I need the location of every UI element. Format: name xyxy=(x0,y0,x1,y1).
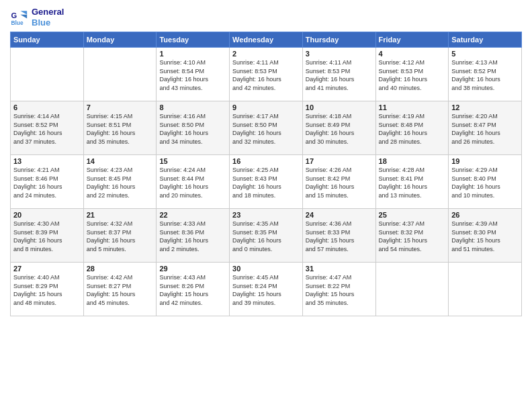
day-info: Sunrise: 4:23 AM Sunset: 8:45 PM Dayligh… xyxy=(87,166,154,199)
calendar-cell: 21Sunrise: 4:32 AM Sunset: 8:37 PM Dayli… xyxy=(83,209,157,263)
calendar-cell: 11Sunrise: 4:19 AM Sunset: 8:48 PM Dayli… xyxy=(375,101,449,155)
calendar-week-3: 13Sunrise: 4:21 AM Sunset: 8:46 PM Dayli… xyxy=(11,155,522,209)
calendar-cell: 30Sunrise: 4:45 AM Sunset: 8:24 PM Dayli… xyxy=(230,263,303,316)
calendar-cell xyxy=(449,263,522,316)
day-info: Sunrise: 4:19 AM Sunset: 8:48 PM Dayligh… xyxy=(379,112,446,146)
calendar-cell: 6Sunrise: 4:14 AM Sunset: 8:52 PM Daylig… xyxy=(11,101,84,155)
day-info: Sunrise: 4:17 AM Sunset: 8:50 PM Dayligh… xyxy=(232,112,300,146)
day-info: Sunrise: 4:32 AM Sunset: 8:37 PM Dayligh… xyxy=(87,220,154,253)
svg-text:G: G xyxy=(11,11,17,19)
calendar-cell: 26Sunrise: 4:39 AM Sunset: 8:30 PM Dayli… xyxy=(449,209,522,263)
day-number: 21 xyxy=(87,211,154,219)
calendar-cell: 10Sunrise: 4:18 AM Sunset: 8:49 PM Dayli… xyxy=(302,101,375,155)
svg-marker-3 xyxy=(20,14,27,18)
calendar-cell xyxy=(83,48,157,101)
day-number: 9 xyxy=(232,103,300,111)
day-info: Sunrise: 4:25 AM Sunset: 8:43 PM Dayligh… xyxy=(232,166,300,199)
calendar-cell: 4Sunrise: 4:12 AM Sunset: 8:53 PM Daylig… xyxy=(375,48,449,101)
header-friday: Friday xyxy=(375,32,449,48)
day-info: Sunrise: 4:30 AM Sunset: 8:39 PM Dayligh… xyxy=(13,220,81,253)
day-number: 17 xyxy=(306,157,373,165)
day-info: Sunrise: 4:33 AM Sunset: 8:36 PM Dayligh… xyxy=(159,220,226,253)
day-number: 8 xyxy=(159,103,226,111)
calendar-cell: 17Sunrise: 4:26 AM Sunset: 8:42 PM Dayli… xyxy=(302,155,375,209)
day-info: Sunrise: 4:24 AM Sunset: 8:44 PM Dayligh… xyxy=(159,166,226,199)
header-monday: Monday xyxy=(83,32,157,48)
day-info: Sunrise: 4:39 AM Sunset: 8:30 PM Dayligh… xyxy=(451,220,519,253)
calendar-week-4: 20Sunrise: 4:30 AM Sunset: 8:39 PM Dayli… xyxy=(11,209,522,263)
day-number: 13 xyxy=(13,157,81,165)
day-number: 19 xyxy=(451,157,519,165)
day-number: 18 xyxy=(379,157,446,165)
day-number: 22 xyxy=(159,211,226,219)
day-info: Sunrise: 4:47 AM Sunset: 8:22 PM Dayligh… xyxy=(306,273,373,307)
logo-text-general: General xyxy=(32,7,64,17)
day-number: 29 xyxy=(159,265,226,273)
calendar-cell: 16Sunrise: 4:25 AM Sunset: 8:43 PM Dayli… xyxy=(230,155,303,209)
svg-marker-2 xyxy=(20,11,27,15)
day-number: 16 xyxy=(232,157,300,165)
day-number: 24 xyxy=(306,211,373,219)
calendar-cell xyxy=(11,48,84,101)
svg-text:Blue: Blue xyxy=(11,19,23,26)
day-number: 6 xyxy=(13,103,81,111)
calendar-cell xyxy=(375,263,449,316)
day-info: Sunrise: 4:43 AM Sunset: 8:26 PM Dayligh… xyxy=(159,273,226,307)
day-number: 31 xyxy=(306,265,373,273)
calendar-cell: 18Sunrise: 4:28 AM Sunset: 8:41 PM Dayli… xyxy=(375,155,449,209)
calendar-cell: 27Sunrise: 4:40 AM Sunset: 8:29 PM Dayli… xyxy=(11,263,84,316)
day-info: Sunrise: 4:14 AM Sunset: 8:52 PM Dayligh… xyxy=(13,112,81,146)
day-info: Sunrise: 4:16 AM Sunset: 8:50 PM Dayligh… xyxy=(159,112,226,146)
day-number: 26 xyxy=(451,211,519,219)
day-number: 4 xyxy=(379,50,446,58)
calendar-cell: 31Sunrise: 4:47 AM Sunset: 8:22 PM Dayli… xyxy=(302,263,375,316)
calendar-cell: 28Sunrise: 4:42 AM Sunset: 8:27 PM Dayli… xyxy=(83,263,157,316)
calendar-cell: 1Sunrise: 4:10 AM Sunset: 8:54 PM Daylig… xyxy=(157,48,230,101)
calendar-cell: 23Sunrise: 4:35 AM Sunset: 8:35 PM Dayli… xyxy=(230,209,303,263)
calendar-week-1: 1Sunrise: 4:10 AM Sunset: 8:54 PM Daylig… xyxy=(11,48,522,101)
day-info: Sunrise: 4:13 AM Sunset: 8:52 PM Dayligh… xyxy=(451,58,519,92)
day-number: 28 xyxy=(87,265,154,273)
logo-icon: G Blue xyxy=(10,8,29,27)
day-number: 23 xyxy=(232,211,300,219)
header-sunday: Sunday xyxy=(11,32,84,48)
day-number: 10 xyxy=(306,103,373,111)
calendar-cell: 3Sunrise: 4:11 AM Sunset: 8:53 PM Daylig… xyxy=(302,48,375,101)
day-number: 20 xyxy=(13,211,81,219)
calendar-table: SundayMondayTuesdayWednesdayThursdayFrid… xyxy=(10,32,522,316)
calendar-cell: 14Sunrise: 4:23 AM Sunset: 8:45 PM Dayli… xyxy=(83,155,157,209)
day-number: 14 xyxy=(87,157,154,165)
calendar-cell: 15Sunrise: 4:24 AM Sunset: 8:44 PM Dayli… xyxy=(157,155,230,209)
header-saturday: Saturday xyxy=(449,32,522,48)
day-info: Sunrise: 4:35 AM Sunset: 8:35 PM Dayligh… xyxy=(232,220,300,253)
day-number: 5 xyxy=(451,50,519,58)
calendar-cell: 19Sunrise: 4:29 AM Sunset: 8:40 PM Dayli… xyxy=(449,155,522,209)
day-number: 15 xyxy=(159,157,226,165)
day-info: Sunrise: 4:37 AM Sunset: 8:32 PM Dayligh… xyxy=(379,220,446,253)
day-number: 12 xyxy=(451,103,519,111)
page-header: G Blue General Blue xyxy=(10,7,522,28)
day-number: 11 xyxy=(379,103,446,111)
day-info: Sunrise: 4:18 AM Sunset: 8:49 PM Dayligh… xyxy=(306,112,373,146)
calendar-cell: 2Sunrise: 4:11 AM Sunset: 8:53 PM Daylig… xyxy=(230,48,303,101)
calendar-cell: 9Sunrise: 4:17 AM Sunset: 8:50 PM Daylig… xyxy=(230,101,303,155)
day-info: Sunrise: 4:26 AM Sunset: 8:42 PM Dayligh… xyxy=(306,166,373,199)
calendar-cell: 13Sunrise: 4:21 AM Sunset: 8:46 PM Dayli… xyxy=(11,155,84,209)
day-number: 25 xyxy=(379,211,446,219)
day-info: Sunrise: 4:45 AM Sunset: 8:24 PM Dayligh… xyxy=(232,273,300,307)
calendar-cell: 22Sunrise: 4:33 AM Sunset: 8:36 PM Dayli… xyxy=(157,209,230,263)
calendar-cell: 20Sunrise: 4:30 AM Sunset: 8:39 PM Dayli… xyxy=(11,209,84,263)
day-info: Sunrise: 4:20 AM Sunset: 8:47 PM Dayligh… xyxy=(451,112,519,146)
calendar-cell: 25Sunrise: 4:37 AM Sunset: 8:32 PM Dayli… xyxy=(375,209,449,263)
calendar-week-5: 27Sunrise: 4:40 AM Sunset: 8:29 PM Dayli… xyxy=(11,263,522,316)
day-number: 1 xyxy=(159,50,226,58)
day-info: Sunrise: 4:15 AM Sunset: 8:51 PM Dayligh… xyxy=(87,112,154,146)
day-info: Sunrise: 4:40 AM Sunset: 8:29 PM Dayligh… xyxy=(13,273,81,307)
day-number: 27 xyxy=(13,265,81,273)
calendar-cell: 8Sunrise: 4:16 AM Sunset: 8:50 PM Daylig… xyxy=(157,101,230,155)
day-info: Sunrise: 4:36 AM Sunset: 8:33 PM Dayligh… xyxy=(306,220,373,253)
calendar-header-row: SundayMondayTuesdayWednesdayThursdayFrid… xyxy=(11,32,522,48)
day-number: 30 xyxy=(232,265,300,273)
day-info: Sunrise: 4:12 AM Sunset: 8:53 PM Dayligh… xyxy=(379,58,446,92)
calendar-cell: 7Sunrise: 4:15 AM Sunset: 8:51 PM Daylig… xyxy=(83,101,157,155)
